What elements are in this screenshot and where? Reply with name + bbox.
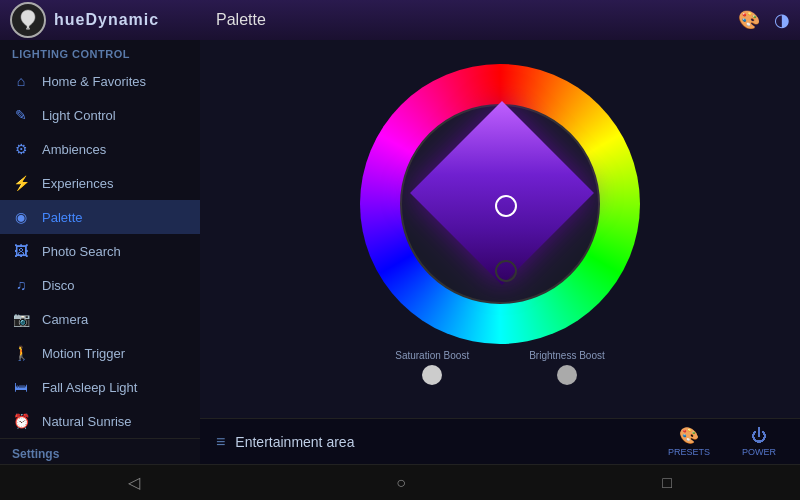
sidebar-label-disco: Disco (42, 278, 75, 293)
nav-bar: ◁ ○ □ (0, 464, 800, 500)
outer-selector[interactable] (495, 260, 517, 282)
sidebar-item-motion-trigger[interactable]: 🚶 Motion Trigger (0, 336, 200, 370)
boosts-area: Saturation Boost Brightness Boost (395, 344, 605, 395)
presets-label: PRESETS (668, 447, 710, 457)
power-icon: ⏻ (751, 427, 767, 445)
presets-icon: 🎨 (679, 426, 699, 445)
ambiences-icon: ⚙ (12, 141, 30, 157)
sidebar-label-experiences: Experiences (42, 176, 114, 191)
sidebar-label-home-favorites: Home & Favorites (42, 74, 146, 89)
sidebar-item-home-favorites[interactable]: ⌂ Home & Favorites (0, 64, 200, 98)
sidebar-item-camera[interactable]: 📷 Camera (0, 302, 200, 336)
sidebar-label-fall-asleep-light: Fall Asleep Light (42, 380, 137, 395)
contrast-icon[interactable]: ◑ (774, 9, 790, 31)
color-wheel[interactable] (360, 64, 640, 344)
power-label: POWER (742, 447, 776, 457)
palette-area: Saturation Boost Brightness Boost (200, 40, 800, 418)
fall-asleep-icon: 🛏 (12, 379, 30, 395)
natural-sunrise-icon: ⏰ (12, 413, 30, 429)
settings-label[interactable]: Settings (0, 438, 200, 464)
svg-rect-0 (26, 28, 30, 30)
back-button[interactable]: ◁ (108, 469, 160, 496)
page-title: Palette (200, 11, 738, 29)
light-control-icon: ✎ (12, 107, 30, 123)
sidebar-label-light-control: Light Control (42, 108, 116, 123)
home-icon: ⌂ (12, 73, 30, 89)
sidebar-label-palette: Palette (42, 210, 82, 225)
presets-button[interactable]: 🎨 PRESETS (652, 422, 726, 461)
logo-area: hueDynamic (0, 2, 200, 38)
camera-icon: 📷 (12, 311, 30, 327)
sidebar-label-ambiences: Ambiences (42, 142, 106, 157)
logo-text: hueDynamic (54, 11, 159, 29)
sidebar-label-camera: Camera (42, 312, 88, 327)
entertainment-area: ≡ Entertainment area (200, 433, 652, 451)
palette-icon[interactable]: 🎨 (738, 9, 760, 31)
sidebar-item-photo-search[interactable]: 🖼 Photo Search (0, 234, 200, 268)
motion-icon: 🚶 (12, 345, 30, 361)
sidebar-item-natural-sunrise[interactable]: ⏰ Natural Sunrise (0, 404, 200, 438)
home-button[interactable]: ○ (376, 470, 426, 496)
power-button[interactable]: ⏻ POWER (726, 423, 792, 461)
sidebar: Lighting Control ⌂ Home & Favorites ✎ Li… (0, 40, 200, 464)
sidebar-section-label: Lighting Control (0, 40, 200, 64)
main-layout: Lighting Control ⌂ Home & Favorites ✎ Li… (0, 40, 800, 464)
bottom-bar: ≡ Entertainment area 🎨 PRESETS ⏻ POWER (200, 418, 800, 464)
sidebar-item-disco[interactable]: ♫ Disco (0, 268, 200, 302)
inner-selector[interactable] (495, 195, 517, 217)
sidebar-item-ambiences[interactable]: ⚙ Ambiences (0, 132, 200, 166)
entertainment-label: Entertainment area (235, 434, 354, 450)
disco-icon: ♫ (12, 277, 30, 293)
brightness-boost-label: Brightness Boost (529, 350, 605, 361)
saturation-boost-label: Saturation Boost (395, 350, 469, 361)
top-bar: hueDynamic Palette 🎨 ◑ (0, 0, 800, 40)
sidebar-label-natural-sunrise: Natural Sunrise (42, 414, 132, 429)
color-diamond[interactable] (410, 101, 594, 285)
sidebar-item-fall-asleep-light[interactable]: 🛏 Fall Asleep Light (0, 370, 200, 404)
logo-icon (10, 2, 46, 38)
sidebar-item-palette[interactable]: ◉ Palette (0, 200, 200, 234)
sidebar-item-experiences[interactable]: ⚡ Experiences (0, 166, 200, 200)
brightness-boost-circle[interactable] (557, 365, 577, 385)
top-icons: 🎨 ◑ (738, 9, 790, 31)
brightness-boost: Brightness Boost (529, 350, 605, 385)
photo-search-icon: 🖼 (12, 243, 30, 259)
sidebar-label-photo-search: Photo Search (42, 244, 121, 259)
bottom-bar-right: 🎨 PRESETS ⏻ POWER (652, 422, 800, 461)
sidebar-item-light-control[interactable]: ✎ Light Control (0, 98, 200, 132)
recent-button[interactable]: □ (642, 470, 692, 496)
saturation-boost-circle[interactable] (422, 365, 442, 385)
experiences-icon: ⚡ (12, 175, 30, 191)
saturation-boost: Saturation Boost (395, 350, 469, 385)
menu-lines-icon: ≡ (216, 433, 225, 451)
content-area: Saturation Boost Brightness Boost ≡ Ente… (200, 40, 800, 464)
palette-nav-icon: ◉ (12, 209, 30, 225)
sidebar-label-motion-trigger: Motion Trigger (42, 346, 125, 361)
